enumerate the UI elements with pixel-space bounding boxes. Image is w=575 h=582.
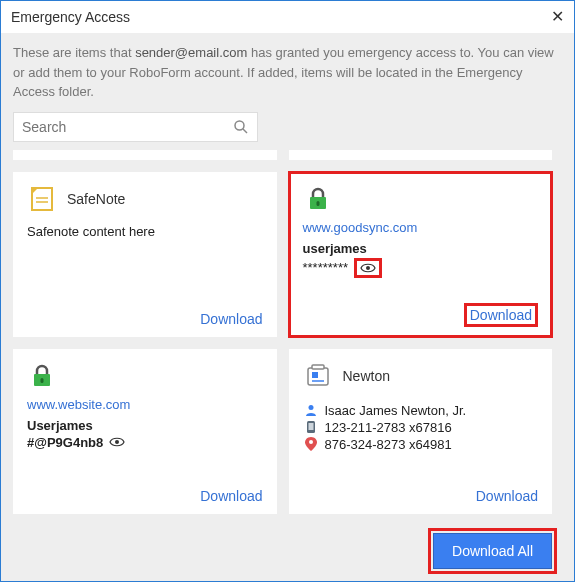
svg-line-1 — [243, 129, 247, 133]
username-value: userjames — [303, 241, 539, 256]
window-title: Emergency Access — [11, 9, 130, 25]
lock-icon — [27, 361, 57, 391]
card-stub — [289, 150, 553, 160]
identity-icon — [303, 361, 333, 391]
svg-rect-2 — [32, 188, 52, 210]
card-title: SafeNote — [67, 191, 125, 207]
username-value: Userjames — [27, 418, 263, 433]
lock-icon — [303, 184, 333, 214]
card-stub — [13, 150, 277, 160]
close-icon[interactable]: ✕ — [551, 9, 564, 25]
location-icon — [303, 437, 319, 451]
desc-pre: These are items that — [13, 45, 135, 60]
description-text: These are items that sender@email.com ha… — [1, 33, 574, 106]
search-icon — [233, 119, 249, 135]
password-masked: ********* — [303, 260, 349, 275]
identity-phone2: 876-324-8273 x64981 — [325, 437, 452, 452]
svg-rect-13 — [312, 365, 324, 369]
button-bar: Download All — [1, 523, 574, 581]
svg-point-0 — [235, 121, 244, 130]
reveal-password-icon[interactable] — [360, 262, 376, 274]
phone-icon — [303, 420, 319, 434]
download-link[interactable]: Download — [470, 307, 532, 323]
highlight-download-all: Download All — [431, 531, 554, 571]
items-grid: SafeNote Safenote content here Download … — [13, 150, 574, 524]
svg-point-11 — [115, 440, 119, 444]
svg-rect-10 — [41, 378, 44, 383]
svg-rect-18 — [308, 423, 313, 430]
search-field[interactable] — [13, 112, 258, 142]
card-title: Newton — [343, 368, 390, 384]
card-url[interactable]: www.website.com — [27, 397, 263, 412]
search-input[interactable] — [22, 119, 233, 135]
card-newton: Newton Isaac James Newton, Jr. — [289, 349, 553, 514]
download-area: Download — [303, 297, 539, 327]
password-value: #@P9G4nb8 — [27, 435, 103, 450]
note-icon — [27, 184, 57, 214]
svg-point-19 — [309, 440, 313, 444]
svg-point-8 — [366, 266, 370, 270]
download-link[interactable]: Download — [27, 482, 263, 504]
highlight-eye — [354, 258, 382, 278]
download-link[interactable]: Download — [27, 305, 263, 327]
identity-phone1: 123-211-2783 x67816 — [325, 420, 452, 435]
svg-point-16 — [308, 405, 313, 410]
safenote-content: Safenote content here — [27, 224, 263, 305]
desc-email: sender@email.com — [135, 45, 247, 60]
identity-name: Isaac James Newton, Jr. — [325, 403, 467, 418]
card-website: www.website.com Userjames #@P9G4nb8 Down… — [13, 349, 277, 514]
reveal-password-icon[interactable] — [109, 436, 125, 448]
card-url[interactable]: www.goodsync.com — [303, 220, 539, 235]
card-safenote: SafeNote Safenote content here Download — [13, 172, 277, 337]
download-all-button[interactable]: Download All — [433, 533, 552, 569]
download-link[interactable]: Download — [303, 482, 539, 504]
card-goodsync: www.goodsync.com userjames ********* — [289, 172, 553, 337]
svg-rect-14 — [312, 372, 318, 378]
highlight-download: Download — [464, 303, 538, 327]
svg-rect-7 — [316, 201, 319, 206]
titlebar: Emergency Access ✕ — [1, 1, 574, 33]
person-icon — [303, 403, 319, 417]
